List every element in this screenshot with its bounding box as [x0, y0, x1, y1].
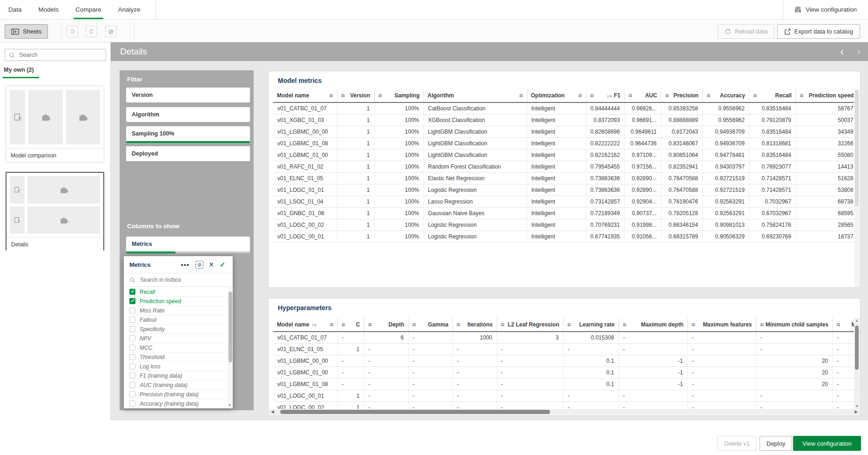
table-cell[interactable]: v01_CATBC_01_07: [273, 332, 337, 343]
table-cell[interactable]: 0.70769231: [586, 219, 624, 231]
table-cell[interactable]: 0.90506329: [702, 231, 749, 242]
step-forward-icon[interactable]: [86, 26, 97, 37]
checkbox-unchecked-icon[interactable]: [129, 335, 135, 341]
table-cell[interactable]: 0.66315789: [661, 231, 702, 242]
listbox-item[interactable]: Log loss: [124, 362, 233, 371]
clear-selections-icon[interactable]: ⊘: [105, 26, 117, 37]
column-menu-icon[interactable]: ≡: [567, 321, 571, 328]
table-cell[interactable]: 0.94778481: [702, 149, 749, 161]
table-cell[interactable]: -: [408, 367, 452, 378]
filter-algorithm[interactable]: Algorithm: [126, 107, 250, 122]
table-cell[interactable]: 0.8372093: [586, 114, 624, 126]
table-cell[interactable]: 100%: [374, 184, 424, 196]
table-cell[interactable]: 0.71428571: [749, 184, 795, 196]
table-cell[interactable]: 0.94303797: [702, 161, 749, 172]
table-cell[interactable]: Lasso Regression: [424, 196, 527, 207]
table-cell[interactable]: 0.83146067: [661, 137, 702, 149]
scroll-down-icon[interactable]: ▼: [227, 403, 232, 407]
table-cell[interactable]: 1: [337, 219, 374, 231]
listbox-item[interactable]: Specificity: [124, 325, 233, 334]
scrollbar-thumb[interactable]: [229, 292, 232, 362]
table-cell[interactable]: Intelligent: [527, 161, 586, 172]
table-cell[interactable]: 0.1: [563, 355, 619, 367]
listbox-item[interactable]: MCC: [124, 343, 233, 353]
table-cell[interactable]: 0.94936709: [702, 137, 749, 149]
column-header-c[interactable]: ≡C: [337, 318, 364, 332]
listbox-item[interactable]: AUC (training data): [124, 380, 233, 390]
table-cell[interactable]: Intelligent: [527, 231, 586, 242]
scroll-left-icon[interactable]: ◀: [271, 409, 274, 414]
checkbox-unchecked-icon[interactable]: [129, 382, 135, 388]
table-cell[interactable]: 58767: [795, 102, 857, 114]
column-header-gamma[interactable]: ≡Gamma: [408, 318, 452, 332]
listbox-item[interactable]: Miss Rate: [124, 306, 233, 315]
table-cell[interactable]: -: [497, 367, 563, 378]
table-cell[interactable]: 0.78205128: [661, 207, 702, 219]
table-cell[interactable]: 100%: [374, 207, 424, 219]
table-cell[interactable]: 100%: [374, 114, 424, 126]
table-cell[interactable]: -: [687, 378, 756, 390]
table-cell[interactable]: 0.88888889: [661, 114, 702, 126]
table-cell[interactable]: 50037: [795, 114, 857, 126]
table-cell[interactable]: -: [408, 343, 452, 355]
column-header-maximum-depth[interactable]: ≡Maximum depth: [619, 318, 687, 332]
table-cell[interactable]: Intelligent: [527, 126, 586, 137]
table-cell[interactable]: -: [452, 390, 497, 401]
step-back-icon[interactable]: [67, 26, 78, 37]
table-cell[interactable]: v01_LGBMC_01_08: [273, 378, 337, 390]
table-cell[interactable]: 28565: [795, 219, 857, 231]
tab-data[interactable]: Data: [0, 0, 30, 19]
checkbox-unchecked-icon[interactable]: [129, 401, 135, 407]
table-cell[interactable]: -: [497, 355, 563, 367]
table-cell[interactable]: LightGBM Classification: [424, 149, 527, 161]
table-cell[interactable]: v01_LGBMC_01_00: [273, 149, 337, 161]
table-cell[interactable]: 0.90737...: [624, 207, 661, 219]
table-cell[interactable]: -: [756, 390, 833, 401]
table-cell[interactable]: 0.76923077: [749, 161, 795, 172]
column-menu-icon[interactable]: ≡: [707, 92, 710, 99]
table-cell[interactable]: 0.96691...: [624, 114, 661, 126]
column-header-version[interactable]: ≡Version: [337, 89, 374, 102]
sheet-card-model-comparison[interactable]: Model comparison: [6, 86, 104, 163]
table-cell[interactable]: Intelligent: [527, 207, 586, 219]
table-cell[interactable]: -: [364, 390, 408, 401]
column-header-depth[interactable]: ≡Depth: [364, 318, 408, 332]
table-cell[interactable]: -1: [619, 378, 687, 390]
checkbox-unchecked-icon[interactable]: [129, 354, 135, 360]
table-cell[interactable]: Logistic Regression: [424, 184, 527, 196]
table-cell[interactable]: -: [408, 332, 452, 343]
listbox-item[interactable]: NPV: [124, 334, 233, 343]
filter-metrics[interactable]: Metrics: [126, 237, 250, 253]
table-cell[interactable]: 0.92563291: [702, 207, 749, 219]
column-menu-icon[interactable]: ≡: [519, 92, 523, 99]
scroll-right-icon[interactable]: ▶: [855, 409, 858, 414]
checkbox-unchecked-icon[interactable]: [129, 373, 135, 379]
filter-version[interactable]: Version: [126, 88, 250, 102]
listbox-item[interactable]: Threshold: [124, 353, 233, 362]
previous-sheet-chevron-icon[interactable]: ‹: [840, 44, 844, 59]
reload-data-button[interactable]: Reload data: [718, 24, 774, 39]
table-cell[interactable]: -: [687, 343, 756, 355]
table-cell[interactable]: Random Forest Classification: [424, 161, 527, 172]
listbox-item[interactable]: Precision (training data): [124, 390, 233, 399]
table-cell[interactable]: Intelligent: [527, 184, 586, 196]
table-cell[interactable]: 0.9644736: [624, 137, 661, 149]
table-cell[interactable]: 0.82608696: [586, 126, 624, 137]
listbox-search-input[interactable]: [139, 276, 227, 284]
table-cell[interactable]: -: [619, 343, 687, 355]
column-menu-icon[interactable]: ≡: [590, 92, 594, 99]
column-menu-icon[interactable]: ≡: [457, 321, 460, 328]
table-cell[interactable]: 3: [497, 332, 563, 343]
scrollbar-thumb[interactable]: [855, 326, 859, 370]
table-cell[interactable]: -: [563, 343, 619, 355]
column-menu-icon[interactable]: ≡: [342, 321, 345, 328]
table-cell[interactable]: -: [497, 390, 563, 401]
view-configuration-button[interactable]: View configuration: [793, 436, 861, 451]
table-cell[interactable]: -: [452, 367, 497, 378]
table-cell[interactable]: 55080: [795, 149, 857, 161]
table-cell[interactable]: v01_XGBC_01_03: [273, 114, 337, 126]
table-cell[interactable]: -: [408, 390, 452, 401]
checkbox-unchecked-icon[interactable]: [129, 326, 135, 332]
tab-models[interactable]: Models: [30, 0, 67, 19]
table-cell[interactable]: 0.91998...: [624, 219, 661, 231]
